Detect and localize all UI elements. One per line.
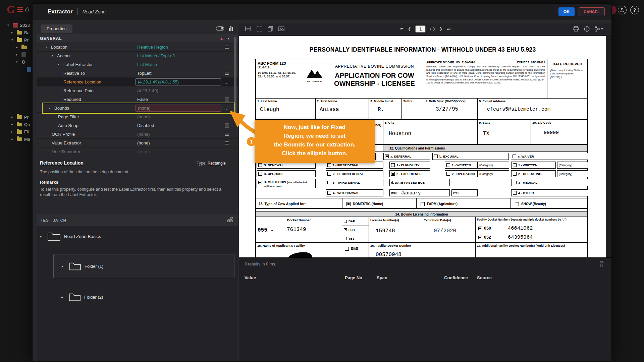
checkbox-icon (346, 202, 351, 206)
checkbox-icon[interactable] (225, 123, 229, 128)
code-050-cell: 050 (342, 243, 369, 257)
column-source[interactable]: Source (477, 275, 608, 280)
toggle-view-icon[interactable] (216, 26, 224, 31)
last-page-button[interactable]: ⏭ (447, 26, 450, 31)
column-confidence[interactable]: Confidence (444, 275, 477, 280)
property-row-reference-location[interactable]: Reference Location (4.29,1.49):(4.8,1.55… (37, 78, 238, 86)
layout-dropdown-icon[interactable] (595, 26, 603, 32)
chevron-right-icon[interactable]: ▸ (49, 107, 54, 110)
chevron-down-icon[interactable]: ▾ (46, 46, 51, 49)
chevron-right-icon[interactable]: ▸ (61, 295, 65, 299)
chevron-right-icon[interactable]: ▸ (11, 130, 15, 133)
image-icon[interactable] (278, 26, 284, 31)
chevron-right-icon[interactable]: ▸ (58, 63, 63, 66)
trash-icon[interactable] (599, 261, 604, 268)
chevron-right-icon[interactable]: ▸ (11, 137, 15, 141)
tree-item-qu[interactable]: ▸ Qu (11, 121, 30, 127)
chevron-right-icon[interactable]: ▸ (16, 53, 19, 56)
folder-icon (17, 130, 22, 134)
hierarchy-icon[interactable] (227, 217, 233, 224)
previous-page-button[interactable]: ❮ (408, 26, 411, 31)
next-page-button[interactable]: ❯ (439, 26, 442, 31)
fit-width-icon[interactable] (245, 26, 251, 32)
viewer-scrollbar[interactable] (606, 35, 611, 257)
checkbox-operating-1: 2 - OPERATING (445, 170, 478, 177)
tree-item-ma[interactable]: ▸ Ma (11, 136, 30, 142)
tree-item-2023[interactable]: ▾ 2023 (7, 22, 30, 28)
chevron-right-icon[interactable]: ▸ (11, 115, 15, 119)
pages-icon[interactable] (268, 26, 273, 32)
property-row-required[interactable]: Required False (37, 95, 238, 104)
menu-icon[interactable] (225, 72, 229, 75)
tree-item[interactable]: ▸ (16, 52, 26, 58)
checkbox-icon (327, 181, 331, 184)
chevron-right-icon[interactable]: ▸ (62, 264, 66, 268)
chevron-down-icon[interactable]: ▾ (11, 38, 15, 42)
test-batch-folder-2[interactable]: ▸ Folder (2) (53, 285, 234, 309)
property-help-title: Reference Location (40, 160, 84, 166)
chevron-down-icon[interactable]: ▾ (7, 23, 11, 27)
property-row-bounds[interactable]: ▸ Bounds (none) … (37, 104, 238, 113)
menu-icon[interactable] (225, 46, 229, 49)
app-logo[interactable]: G (7, 3, 15, 16)
tree-item[interactable]: ▾ ⚙ (16, 59, 26, 65)
chevron-down-icon[interactable]: ▾ (16, 60, 19, 64)
help-icon[interactable]: ? (630, 6, 639, 14)
first-page-button[interactable]: ⏮ (400, 26, 404, 31)
property-row-label-extractor[interactable]: ▸ Label Extractor List Match … (37, 60, 238, 69)
tree-item[interactable]: ▸ (16, 44, 27, 50)
columns-icon[interactable] (229, 26, 233, 31)
license-type-cell: BAF FCH TBS (342, 217, 369, 242)
print-icon[interactable] (573, 26, 579, 32)
chevron-right-icon[interactable]: ▸ (16, 46, 19, 49)
scrollbar-thumb[interactable] (234, 37, 236, 115)
property-row-reference-point[interactable]: Reference Point (4.29,1.49) (37, 86, 238, 95)
property-row-anchor[interactable]: ▾ Anchor List Match / TopLeft (37, 52, 238, 60)
user-account-icon[interactable] (618, 6, 627, 14)
tree-item-pr[interactable]: ▾ Pr (11, 37, 29, 43)
field-last-name: 1. Last Name Cleugh (256, 99, 316, 119)
ellipsis-button[interactable]: … (224, 106, 229, 111)
ellipsis-button[interactable]: … (224, 62, 229, 67)
menu-icon[interactable] (225, 141, 229, 144)
section-header-general[interactable]: GENERAL ▲ ▾ (37, 34, 238, 43)
chevron-right-icon[interactable]: ▸ (11, 123, 15, 126)
test-batch-folder-1[interactable]: ▸ Folder (1) (53, 254, 234, 278)
property-row-value-extractor[interactable]: Value Extractor (none) (37, 139, 238, 147)
column-span[interactable]: Span (377, 275, 444, 280)
ok-button[interactable]: OK (558, 7, 575, 16)
page-number-input[interactable] (416, 25, 426, 33)
fade-overlay (37, 151, 238, 156)
tab-properties[interactable]: Properties (41, 24, 72, 33)
chevron-right-icon[interactable]: ▸ (11, 31, 15, 34)
property-row-auto-snap[interactable]: Auto Snap Disabled (37, 121, 238, 130)
type-rectangle-link[interactable]: Rectangle (208, 161, 226, 166)
select-region-icon[interactable] (257, 26, 262, 32)
checkbox-experience: 2 - EXPERIENCE (389, 170, 430, 177)
test-batch-root-item[interactable]: ▾ Read Zone Basics (40, 231, 101, 242)
hamburger-menu-icon[interactable] (17, 7, 23, 12)
chevron-down-icon[interactable]: ▾ (52, 54, 57, 57)
ellipsis-button[interactable]: … (224, 79, 229, 85)
property-row-location[interactable]: ▾ Location Relative Region (37, 43, 238, 52)
checkbox-icon[interactable] (225, 97, 229, 102)
column-page-no[interactable]: Page No (345, 275, 377, 280)
property-row-ocr-profile[interactable]: OCR Profile (none) (37, 130, 238, 139)
tree-item-ba[interactable]: ▸ Ba (11, 29, 30, 36)
property-row-page-filter[interactable]: Page Filter (none) (37, 113, 238, 121)
chevron-down-icon[interactable]: ▾ (227, 37, 229, 40)
checkbox-withdrawal: 4 - WITHDRAWAL (326, 189, 383, 196)
page-total: / 3 (430, 26, 435, 32)
tree-item-fil[interactable]: ▸ Fil (11, 129, 29, 135)
bounds-value[interactable]: (none) (135, 105, 221, 112)
cancel-button[interactable]: CANCEL (579, 7, 605, 16)
column-value[interactable]: Value (245, 275, 345, 280)
chevron-down-icon[interactable]: ▾ (40, 235, 44, 238)
property-row-relative-to[interactable]: Relative To TopLeft (37, 69, 238, 78)
info-icon[interactable] (584, 26, 590, 32)
reference-location-value[interactable]: (4.29,1.49):(4.8,1.55) (135, 78, 221, 85)
menu-icon[interactable] (225, 133, 229, 136)
tree-item[interactable] (27, 66, 31, 72)
tree-item-pr2[interactable]: ▸ Pr (11, 114, 29, 120)
home-icon[interactable]: ⌂ (25, 5, 29, 13)
